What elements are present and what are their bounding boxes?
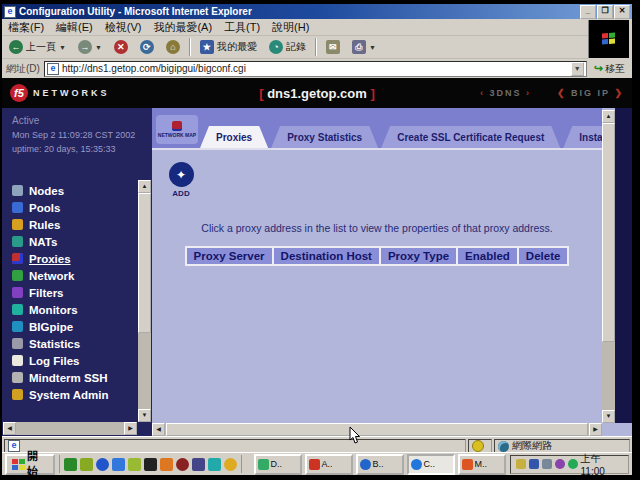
scrollbar-thumb[interactable] <box>138 193 151 333</box>
menu-file[interactable]: 檔案(F) <box>8 20 44 35</box>
sidebar-item-nats[interactable]: NATs <box>12 233 134 250</box>
tab-proxies[interactable]: Proxies <box>200 126 268 148</box>
quick-launch-icon[interactable] <box>208 458 221 471</box>
stop-button[interactable]: ✕ <box>111 39 131 55</box>
forward-icon: → <box>78 40 92 54</box>
status-message-panel: e <box>4 439 466 453</box>
mail-button[interactable]: ✉ <box>323 39 343 55</box>
tab-install-ssl-certificate[interactable]: Install SSL Certificate <box>563 126 602 148</box>
quick-launch-icon[interactable] <box>144 458 157 471</box>
sidebar-item-mindterm-ssh[interactable]: Mindterm SSH <box>12 369 134 386</box>
product-3dns-label: ‹ 3DNS › <box>480 88 531 98</box>
tab-create-ssl-certificate-request[interactable]: Create SSL Certificate Request <box>381 126 560 148</box>
sidebar-item-statistics[interactable]: Statistics <box>12 335 134 352</box>
scrollbar-thumb[interactable] <box>602 123 615 342</box>
toolbar-separator <box>315 38 317 56</box>
menu-favorites[interactable]: 我的最愛(A) <box>153 20 212 35</box>
scroll-up-icon[interactable]: ▲ <box>138 180 151 193</box>
quick-launch-icon[interactable] <box>64 458 77 471</box>
bracket-left: [ <box>259 86 263 101</box>
refresh-button[interactable]: ⟳ <box>137 39 157 55</box>
sidebar-item-pools[interactable]: Pools <box>12 199 134 216</box>
display-tray-icon[interactable] <box>542 459 552 469</box>
print-dropdown-icon[interactable]: ▼ <box>369 44 376 51</box>
home-button[interactable]: ⌂ <box>163 39 183 55</box>
scroll-up-icon[interactable]: ▲ <box>602 110 615 123</box>
network-tray-icon[interactable] <box>529 459 539 469</box>
restore-button[interactable]: ❐ <box>597 5 613 19</box>
scroll-down-icon[interactable]: ▼ <box>138 409 151 422</box>
sidebar-horizontal-scrollbar[interactable]: ◀ ▶ <box>3 422 137 435</box>
taskbar-window-button[interactable]: M.. <box>458 454 506 475</box>
favorites-button[interactable]: ★ 我的最愛 <box>197 39 260 55</box>
menu-bar: 檔案(F) 編輯(E) 檢視(V) 我的最愛(A) 工具(T) 說明(H) <box>2 19 588 36</box>
go-button[interactable]: ↪ 移至 <box>591 62 628 76</box>
sidebar-item-network[interactable]: Network <box>12 267 134 284</box>
scroll-right-icon[interactable]: ▶ <box>589 423 602 436</box>
refresh-icon: ⟳ <box>140 40 154 54</box>
address-dropdown-icon[interactable]: ▼ <box>571 62 584 76</box>
quick-launch-icon[interactable] <box>192 458 205 471</box>
forward-button[interactable]: → ▼ <box>75 39 105 55</box>
tab-proxy-statistics[interactable]: Proxy Statistics <box>271 126 378 148</box>
scroll-left-icon[interactable]: ◀ <box>152 423 165 436</box>
page-right-margin <box>615 108 632 423</box>
back-button[interactable]: ← 上一頁▼ <box>6 39 69 55</box>
sidebar-item-rules[interactable]: Rules <box>12 216 134 233</box>
scrollbar-thumb[interactable] <box>166 423 588 436</box>
scroll-down-icon[interactable]: ▼ <box>602 410 615 423</box>
address-input[interactable] <box>62 63 568 75</box>
forward-dropdown-icon[interactable]: ▼ <box>95 44 102 51</box>
taskbar-window-button-active[interactable]: C.. <box>407 454 455 475</box>
scroll-right-icon[interactable]: ▶ <box>124 422 137 435</box>
history-button[interactable]: ◔ 記錄 <box>266 39 309 55</box>
print-button[interactable]: ⎙ ▼ <box>349 39 379 55</box>
sidebar-vertical-scrollbar[interactable]: ▲ ▼ <box>138 180 151 422</box>
address-label: 網址(D) <box>6 62 40 76</box>
sidebar-item-log-files[interactable]: Log Files <box>12 352 134 369</box>
sidebar-item-proxies[interactable]: Proxies <box>12 250 134 267</box>
back-dropdown-icon[interactable]: ▼ <box>59 44 66 51</box>
network-map-button[interactable]: NETWORK MAP <box>156 115 198 144</box>
quick-launch-icon[interactable] <box>176 458 189 471</box>
content-frame: NETWORK MAP Proxies Proxy Statistics Cre… <box>152 108 632 436</box>
content-vertical-scrollbar[interactable]: ▲ ▼ <box>602 110 615 423</box>
red-tick-icon: ‹ <box>480 88 485 98</box>
quick-launch-icon[interactable] <box>128 458 141 471</box>
sidebar-item-monitors[interactable]: Monitors <box>12 301 134 318</box>
quick-launch-icon[interactable] <box>112 458 125 471</box>
menu-edit[interactable]: 編輯(E) <box>56 20 93 35</box>
quick-launch-icon[interactable] <box>80 458 93 471</box>
sidebar-item-nodes[interactable]: Nodes <box>12 182 134 199</box>
taskbar-window-button[interactable]: D.. <box>254 454 302 475</box>
tray-app-icon[interactable] <box>568 459 578 469</box>
clock[interactable]: 上午 11:00 <box>581 452 624 477</box>
sidebar-item-bigpipe[interactable]: BIGpipe <box>12 318 134 335</box>
sidebar-item-system-admin[interactable]: System Admin <box>12 386 134 403</box>
add-proxy-button[interactable]: ✦ ADD <box>166 162 196 198</box>
content-horizontal-scrollbar[interactable]: ◀ ▶ <box>152 423 602 436</box>
quick-launch-icon[interactable] <box>160 458 173 471</box>
menu-view[interactable]: 檢視(V) <box>105 20 142 35</box>
sidebar-item-filters[interactable]: Filters <box>12 284 134 301</box>
system-datetime: Mon Sep 2 11:09:28 CST 2002 <box>12 130 135 140</box>
close-button[interactable]: ✕ <box>614 5 630 19</box>
menu-tools[interactable]: 工具(T) <box>224 20 260 35</box>
video-capture-frame: { "window": { "title": "Configuration Ut… <box>0 0 640 480</box>
nodes-icon <box>12 185 23 196</box>
start-button[interactable]: 開始 <box>5 454 55 475</box>
window-titlebar: e Configuration Utility - Microsoft Inte… <box>2 4 632 19</box>
status-panel <box>468 439 492 453</box>
tray-app-icon[interactable] <box>555 459 565 469</box>
volume-icon[interactable] <box>516 459 526 469</box>
favorites-icon: ★ <box>200 40 214 54</box>
menu-help[interactable]: 說明(H) <box>272 20 309 35</box>
taskbar-window-button[interactable]: B.. <box>356 454 404 475</box>
taskbar-window-button[interactable]: A.. <box>305 454 353 475</box>
quick-launch-icon[interactable] <box>224 458 237 471</box>
app-icon <box>462 459 473 470</box>
minimize-button[interactable]: _ <box>580 5 596 19</box>
windows-flag-icon <box>602 33 616 46</box>
scroll-left-icon[interactable]: ◀ <box>3 422 16 435</box>
quick-launch-icon[interactable] <box>96 458 109 471</box>
